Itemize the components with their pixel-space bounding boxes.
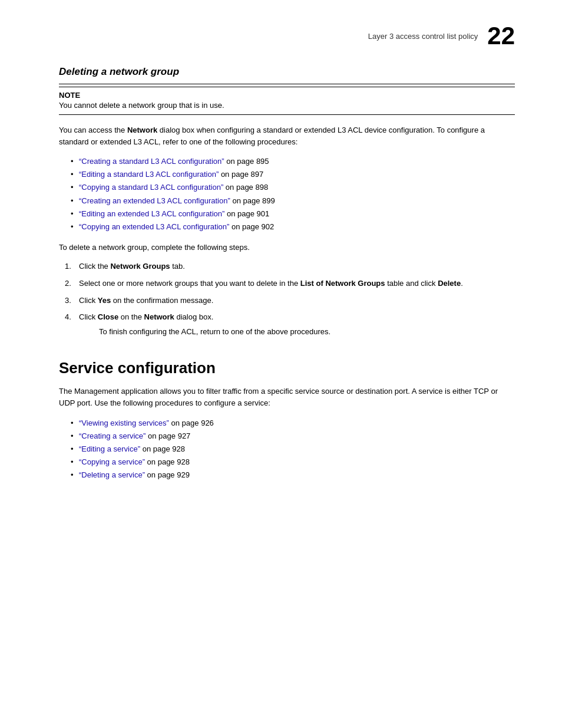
section2-links-list: “Viewing existing services” on page 926 …: [71, 417, 515, 482]
steps-intro: To delete a network group, complete the …: [59, 242, 515, 253]
list-item: “Editing a standard L3 ACL configuration…: [71, 168, 515, 181]
list-item: “Copying an extended L3 ACL configuratio…: [71, 220, 515, 233]
header-right: Layer 3 access control list policy 22: [368, 24, 515, 48]
page-header: Layer 3 access control list policy 22: [59, 24, 515, 48]
list-item: “Copying a service” on page 928: [71, 456, 515, 469]
divider-top: [59, 84, 515, 84]
list-item: “Editing a service” on page 928: [71, 443, 515, 456]
link-editing-service[interactable]: “Editing a service”: [79, 444, 140, 453]
link-copying-standard[interactable]: “Copying a standard L3 ACL configuration…: [79, 183, 223, 192]
link-viewing-services[interactable]: “Viewing existing services”: [79, 419, 169, 427]
link-editing-standard[interactable]: “Editing a standard L3 ACL configuration…: [79, 170, 219, 179]
list-item: “Creating a service” on page 927: [71, 430, 515, 443]
link-creating-service[interactable]: “Creating a service”: [79, 431, 146, 440]
list-item: “Deleting a service” on page 929: [71, 469, 515, 482]
link-copying-extended[interactable]: “Copying an extended L3 ACL configuratio…: [79, 222, 229, 231]
section-service-configuration: Service configuration The Management app…: [59, 359, 515, 482]
link-copying-service[interactable]: “Copying a service”: [79, 457, 145, 466]
section-deleting-network-group: Deleting a network group NOTE You cannot…: [59, 66, 515, 338]
step-1: Click the Network Groups tab.: [59, 261, 515, 273]
chapter-number: 22: [487, 24, 515, 48]
note-text: You cannot delete a network group that i…: [59, 101, 515, 110]
link-creating-standard[interactable]: “Creating a standard L3 ACL configuratio…: [79, 157, 224, 166]
link-creating-extended[interactable]: “Creating an extended L3 ACL configurati…: [79, 196, 230, 205]
step-3: Click Yes on the confirmation message.: [59, 295, 515, 307]
note-label: NOTE: [59, 91, 515, 100]
chapter-title: Layer 3 access control list policy: [368, 32, 478, 41]
step-4-sub: To finish configuring the ACL, return to…: [99, 326, 515, 338]
step-4: Click Close on the Network dialog box. T…: [59, 311, 515, 338]
list-item: “Viewing existing services” on page 926: [71, 417, 515, 430]
link-editing-extended[interactable]: “Editing an extended L3 ACL configuratio…: [79, 209, 224, 218]
note-box: NOTE You cannot delete a network group t…: [59, 87, 515, 115]
list-item: “Creating an extended L3 ACL configurati…: [71, 195, 515, 207]
section1-intro: You can access the Network dialog box wh…: [59, 124, 515, 148]
section1-title: Deleting a network group: [59, 66, 515, 78]
list-item: “Copying a standard L3 ACL configuration…: [71, 181, 515, 194]
steps-list: Click the Network Groups tab. Select one…: [59, 261, 515, 338]
page: Layer 3 access control list policy 22 De…: [0, 0, 562, 525]
step-2: Select one or more network groups that y…: [59, 278, 515, 290]
section2-title: Service configuration: [59, 359, 515, 377]
list-item: “Creating a standard L3 ACL configuratio…: [71, 155, 515, 168]
link-deleting-service[interactable]: “Deleting a service”: [79, 470, 145, 479]
section2-intro: The Management application allows you to…: [59, 386, 515, 409]
list-item: “Editing an extended L3 ACL configuratio…: [71, 207, 515, 220]
section1-links-list: “Creating a standard L3 ACL configuratio…: [71, 155, 515, 233]
